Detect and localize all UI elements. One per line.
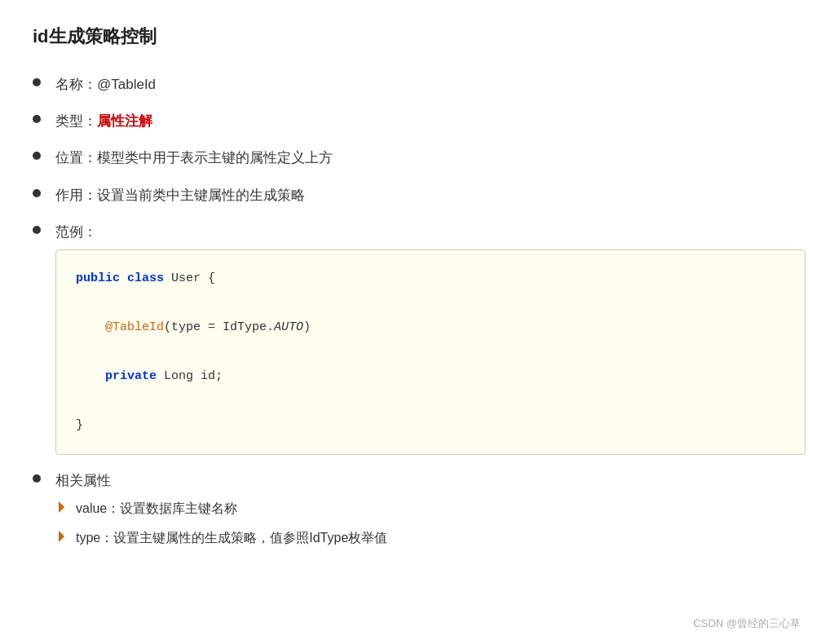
value-name: @TableId — [97, 77, 156, 92]
code-line-blank1 — [76, 291, 785, 315]
sub-content-type: type：设置主键属性的生成策略，值参照IdType枚举值 — [76, 527, 387, 549]
bullet-dot-name — [33, 78, 41, 86]
code-line-blank3 — [76, 389, 785, 413]
bullet-type: 类型：属性注解 — [33, 110, 784, 132]
bullet-dot-example — [33, 226, 41, 234]
label-name: 名称： — [55, 77, 97, 92]
code-block: public class User { @TableId(type = IdTy… — [55, 249, 806, 455]
value-usage: 设置当前类中主键属性的生成策略 — [97, 187, 305, 203]
bullet-content-name: 名称：@TableId — [55, 73, 156, 95]
sub-list: value：设置数据库主键名称 type：设置主键属性的生成策略，值参照IdTy… — [59, 498, 387, 548]
sub-label-type: type： — [76, 531, 113, 545]
kw-private: private — [105, 369, 157, 383]
code-line-1: public class User { — [76, 267, 785, 291]
annotation-tableid: @TableId — [105, 320, 164, 334]
label-usage: 作用： — [55, 187, 97, 203]
bullet-example: 范例： public class User { @TableId(type = … — [33, 221, 784, 455]
kw-public: public — [76, 271, 120, 285]
bullet-dot-position — [33, 152, 41, 160]
bullet-dot-related — [33, 474, 41, 483]
code-line-annotation: @TableId(type = IdType.AUTO) — [76, 315, 785, 340]
bullet-content-position: 位置：模型类中用于表示主键的属性定义上方 — [55, 147, 333, 169]
bullet-usage: 作用：设置当前类中主键属性的生成策略 — [33, 184, 784, 206]
sub-content-value: value：设置数据库主键名称 — [76, 498, 237, 519]
code-line-blank2 — [76, 340, 785, 364]
label-related: 相关属性 — [55, 473, 111, 488]
code-closing-brace: } — [76, 418, 83, 432]
label-example: 范例： — [55, 221, 806, 243]
bullet-position: 位置：模型类中用于表示主键的属性定义上方 — [33, 147, 784, 169]
kw-class: class — [127, 271, 164, 285]
kw-auto: AUTO — [274, 320, 303, 334]
value-type: 属性注解 — [97, 113, 152, 129]
related-list: 相关属性 value：设置数据库主键名称 type：设置主键属性的生成策略，值参… — [33, 470, 784, 556]
code-paren-close: ) — [303, 320, 311, 334]
code-type-param: (type = IdType. — [164, 320, 274, 334]
diamond-dot-value — [59, 501, 64, 513]
sub-text-type: 设置主键属性的生成策略，值参照IdType枚举值 — [113, 531, 387, 545]
sub-label-value: value： — [76, 501, 120, 515]
bullet-related: 相关属性 value：设置数据库主键名称 type：设置主键属性的生成策略，值参… — [33, 470, 784, 556]
code-line-brace: } — [76, 413, 785, 438]
bullet-content-example: 范例： public class User { @TableId(type = … — [55, 221, 806, 455]
watermark: CSDN @曾经的三心草 — [693, 616, 801, 631]
label-type: 类型： — [55, 113, 97, 129]
page-title: id生成策略控制 — [33, 24, 784, 49]
bullet-name: 名称：@TableId — [33, 73, 784, 95]
label-position: 位置： — [55, 150, 97, 165]
bullet-dot-usage — [33, 189, 41, 197]
bullet-content-usage: 作用：设置当前类中主键属性的生成策略 — [55, 184, 305, 206]
value-position: 模型类中用于表示主键的属性定义上方 — [97, 150, 333, 165]
sub-item-type: type：设置主键属性的生成策略，值参照IdType枚举值 — [59, 527, 387, 549]
sub-item-value: value：设置数据库主键名称 — [59, 498, 387, 519]
main-list: 名称：@TableId 类型：属性注解 位置：模型类中用于表示主键的属性定义上方… — [33, 73, 784, 455]
diamond-dot-type — [59, 531, 64, 542]
bullet-content-related: 相关属性 value：设置数据库主键名称 type：设置主键属性的生成策略，值参… — [55, 470, 387, 556]
code-line-field: private Long id; — [76, 364, 785, 389]
bullet-dot-type — [33, 115, 41, 123]
code-user: User { — [171, 271, 215, 285]
code-field-decl: Long id; — [164, 369, 223, 383]
sub-text-value: 设置数据库主键名称 — [120, 501, 237, 515]
bullet-content-type: 类型：属性注解 — [55, 110, 152, 132]
